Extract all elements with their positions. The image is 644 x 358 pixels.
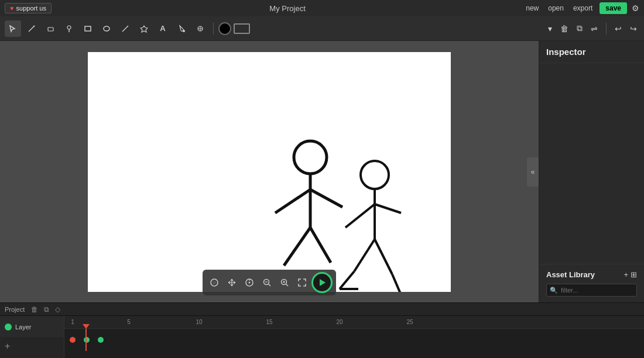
frame-cell[interactable] (262, 332, 276, 348)
frame-cell[interactable] (417, 332, 431, 348)
svg-line-23 (354, 239, 375, 271)
frame-cell[interactable] (403, 332, 417, 348)
ellipse-tool-button[interactable] (98, 20, 115, 37)
svg-line-15 (275, 190, 310, 213)
frame-cell[interactable] (361, 332, 375, 348)
dropdown-btn[interactable]: ▾ (546, 22, 554, 36)
duplicate-btn[interactable]: ⧉ (574, 21, 585, 36)
frame-cell[interactable] (122, 332, 136, 348)
svg-line-26 (392, 274, 401, 292)
fullscreen-btn[interactable] (294, 274, 310, 291)
frame-cell[interactable] (136, 332, 150, 348)
frame-cell[interactable] (304, 332, 318, 348)
stick-figure-left (275, 141, 342, 266)
undo-btn[interactable]: ↩ (612, 22, 624, 36)
frame-cell[interactable] (178, 332, 192, 348)
export-button[interactable]: export (571, 3, 595, 13)
delete-btn[interactable]: 🗑 (558, 22, 571, 36)
layer-visibility-toggle[interactable] (5, 323, 12, 331)
open-button[interactable]: open (546, 3, 566, 13)
toolbar-sep-2 (606, 23, 607, 35)
frame-cell[interactable] (276, 332, 290, 348)
toolbar-right: ▾ 🗑 ⧉ ⇌ ↩ ↪ (546, 21, 639, 36)
frame-track[interactable] (64, 329, 644, 351)
eyedropper-tool-button[interactable] (192, 20, 208, 37)
zoom-out-btn[interactable] (259, 274, 275, 291)
asset-grid-button[interactable]: ⊞ (631, 270, 637, 279)
frame-cell[interactable] (290, 332, 304, 348)
inspector-collapse-button[interactable]: « (527, 157, 539, 187)
asset-library-section: Asset Library + ⊞ 🔍 (539, 264, 644, 302)
rect-tool-button[interactable] (80, 20, 96, 37)
add-layer-button[interactable]: + (5, 341, 10, 352)
frame-number: 1 (66, 319, 80, 325)
new-button[interactable]: new (523, 3, 541, 13)
svg-line-18 (310, 228, 331, 263)
svg-rect-2 (48, 27, 53, 31)
frame-number: 5 (122, 319, 136, 325)
layers-tool-btn[interactable] (206, 274, 222, 291)
svg-line-7 (122, 26, 128, 32)
eraser-tool-button[interactable] (42, 20, 59, 37)
anchor-tool-btn[interactable] (241, 274, 258, 291)
layer-row: Layer (0, 316, 64, 338)
stroke-color[interactable] (218, 22, 231, 35)
fill-color[interactable] (234, 23, 250, 34)
drawing-canvas[interactable] (88, 52, 451, 292)
asset-filter-input[interactable] (546, 284, 637, 297)
frame-cell[interactable] (94, 332, 108, 348)
support-button[interactable]: ♥ support us (5, 3, 52, 13)
timeline-area: Project 🗑 ⧉ ◇ Layer + 1510152025 (0, 302, 644, 358)
frame-cell[interactable] (333, 332, 347, 348)
asset-add-button[interactable]: + (624, 270, 628, 279)
frame-cell[interactable] (389, 332, 403, 348)
frame-cell[interactable] (164, 332, 178, 348)
fill-tool-button[interactable] (173, 20, 190, 37)
shape-tool-button[interactable] (136, 20, 152, 37)
svg-point-6 (104, 26, 109, 31)
svg-line-0 (29, 27, 33, 32)
timeline-delete-btn[interactable]: 🗑 (29, 305, 40, 314)
frame-cell[interactable] (206, 332, 220, 348)
svg-rect-5 (85, 26, 91, 31)
frame-cell[interactable] (318, 332, 333, 348)
line-tool-button[interactable] (117, 20, 133, 37)
frame-cell[interactable] (234, 332, 248, 348)
play-button[interactable] (311, 272, 333, 293)
zoom-in-btn[interactable] (276, 274, 293, 291)
frame-cell[interactable] (375, 332, 389, 348)
svg-point-32 (249, 282, 251, 284)
svg-line-1 (33, 26, 35, 27)
timeline-header: Project 🗑 ⧉ ◇ (0, 303, 644, 316)
frame-cell[interactable] (347, 332, 361, 348)
move-tool-btn[interactable] (224, 274, 240, 291)
toolbar: A ▾ 🗑 ⧉ ⇌ ↩ ↪ (0, 16, 644, 41)
frame-cell[interactable] (431, 332, 445, 348)
main-area: « Inspect (0, 41, 644, 302)
select-tool-button[interactable] (5, 20, 21, 37)
frame-cell[interactable] (66, 332, 80, 348)
frame-cell[interactable] (150, 332, 164, 348)
frame-cell[interactable] (108, 332, 122, 348)
frame-cell[interactable] (80, 332, 94, 348)
text-tool-button[interactable]: A (155, 20, 171, 37)
timeline-track-area: Layer + 1510152025 (0, 316, 644, 358)
svg-line-17 (284, 228, 310, 266)
settings-button[interactable]: ⚙ (632, 4, 639, 13)
frame-cell[interactable] (220, 332, 234, 348)
redo-btn[interactable]: ↪ (628, 22, 639, 36)
brush-tool-button[interactable] (61, 20, 77, 37)
svg-line-24 (340, 271, 354, 289)
color-controls (218, 22, 250, 35)
frame-cell[interactable] (192, 332, 206, 348)
timeline-diamond-btn[interactable]: ◇ (53, 305, 62, 314)
heart-icon: ♥ (10, 5, 14, 12)
svg-point-19 (361, 161, 389, 189)
add-layer-row: + (0, 338, 64, 354)
timeline-copy-btn[interactable]: ⧉ (42, 305, 51, 314)
support-label: support us (16, 5, 46, 12)
pencil-tool-button[interactable] (23, 20, 40, 37)
frame-cell[interactable] (248, 332, 262, 348)
flip-btn[interactable]: ⇌ (588, 22, 600, 36)
save-button[interactable]: save (600, 2, 627, 14)
